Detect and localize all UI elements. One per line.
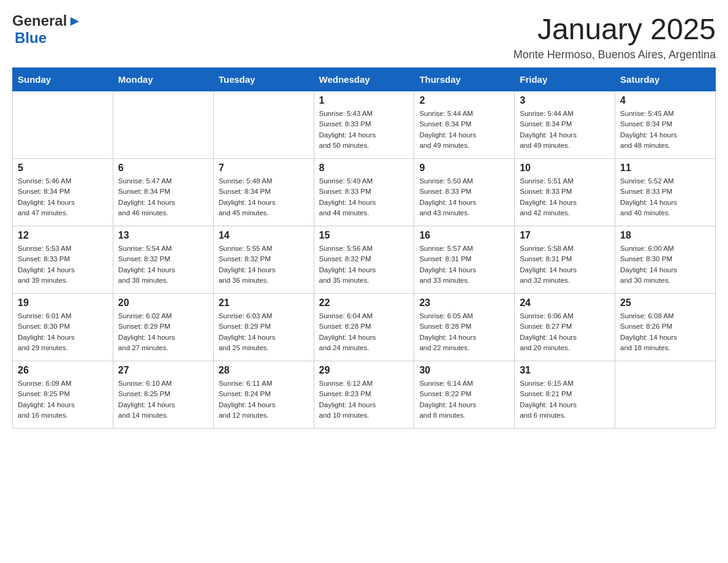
- day-info: Sunrise: 5:49 AM Sunset: 8:33 PM Dayligh…: [319, 176, 409, 218]
- day-info: Sunrise: 6:01 AM Sunset: 8:30 PM Dayligh…: [18, 311, 108, 353]
- day-number: 13: [118, 230, 208, 241]
- day-number: 28: [219, 365, 309, 376]
- header-sunday: Sunday: [13, 68, 113, 91]
- day-info: Sunrise: 6:02 AM Sunset: 8:29 PM Dayligh…: [118, 311, 208, 353]
- day-number: 7: [219, 163, 309, 174]
- table-row: 23Sunrise: 6:05 AM Sunset: 8:28 PM Dayli…: [414, 294, 515, 361]
- day-info: Sunrise: 5:43 AM Sunset: 8:33 PM Dayligh…: [319, 109, 409, 151]
- table-row: 8Sunrise: 5:49 AM Sunset: 8:33 PM Daylig…: [314, 159, 414, 226]
- table-row: 28Sunrise: 6:11 AM Sunset: 8:24 PM Dayli…: [213, 361, 314, 429]
- table-row: 22Sunrise: 6:04 AM Sunset: 8:28 PM Dayli…: [314, 294, 414, 361]
- table-row: [13, 91, 113, 159]
- calendar-week-row: 26Sunrise: 6:09 AM Sunset: 8:25 PM Dayli…: [13, 361, 716, 429]
- day-number: 11: [620, 163, 710, 174]
- day-number: 31: [520, 365, 610, 376]
- table-row: 24Sunrise: 6:06 AM Sunset: 8:27 PM Dayli…: [515, 294, 615, 361]
- day-number: 12: [18, 230, 108, 241]
- table-row: 3Sunrise: 5:44 AM Sunset: 8:34 PM Daylig…: [515, 91, 615, 159]
- day-info: Sunrise: 6:15 AM Sunset: 8:21 PM Dayligh…: [520, 378, 610, 421]
- month-title: January 2025: [514, 12, 716, 46]
- day-number: 22: [319, 297, 409, 308]
- day-info: Sunrise: 6:11 AM Sunset: 8:24 PM Dayligh…: [219, 378, 309, 421]
- table-row: 14Sunrise: 5:55 AM Sunset: 8:32 PM Dayli…: [213, 226, 314, 294]
- svg-marker-0: [70, 17, 79, 26]
- day-number: 3: [520, 95, 610, 106]
- table-row: 31Sunrise: 6:15 AM Sunset: 8:21 PM Dayli…: [515, 361, 615, 429]
- calendar-week-row: 5Sunrise: 5:46 AM Sunset: 8:34 PM Daylig…: [13, 159, 716, 226]
- day-number: 17: [520, 230, 610, 241]
- table-row: [113, 91, 213, 159]
- table-row: 26Sunrise: 6:09 AM Sunset: 8:25 PM Dayli…: [13, 361, 113, 429]
- day-number: 20: [118, 297, 208, 308]
- day-info: Sunrise: 5:58 AM Sunset: 8:31 PM Dayligh…: [520, 243, 610, 286]
- day-info: Sunrise: 5:51 AM Sunset: 8:33 PM Dayligh…: [520, 176, 610, 218]
- table-row: 16Sunrise: 5:57 AM Sunset: 8:31 PM Dayli…: [414, 226, 515, 294]
- table-row: 5Sunrise: 5:46 AM Sunset: 8:34 PM Daylig…: [13, 159, 113, 226]
- title-block: January 2025 Monte Hermoso, Buenos Aires…: [514, 12, 716, 61]
- day-number: 29: [319, 365, 409, 376]
- table-row: 1Sunrise: 5:43 AM Sunset: 8:33 PM Daylig…: [314, 91, 414, 159]
- logo: General Blue: [12, 12, 82, 47]
- table-row: 20Sunrise: 6:02 AM Sunset: 8:29 PM Dayli…: [113, 294, 213, 361]
- table-row: 15Sunrise: 5:56 AM Sunset: 8:32 PM Dayli…: [314, 226, 414, 294]
- day-info: Sunrise: 6:05 AM Sunset: 8:28 PM Dayligh…: [419, 311, 509, 353]
- day-info: Sunrise: 6:03 AM Sunset: 8:29 PM Dayligh…: [219, 311, 309, 353]
- table-row: 9Sunrise: 5:50 AM Sunset: 8:33 PM Daylig…: [414, 159, 515, 226]
- calendar-week-row: 1Sunrise: 5:43 AM Sunset: 8:33 PM Daylig…: [13, 91, 716, 159]
- header-saturday: Saturday: [615, 68, 716, 91]
- logo-triangle-icon: [68, 15, 82, 28]
- table-row: 4Sunrise: 5:45 AM Sunset: 8:34 PM Daylig…: [615, 91, 716, 159]
- logo-blue-text: Blue: [15, 29, 47, 46]
- day-info: Sunrise: 5:56 AM Sunset: 8:32 PM Dayligh…: [319, 243, 409, 286]
- header-monday: Monday: [113, 68, 213, 91]
- day-info: Sunrise: 5:44 AM Sunset: 8:34 PM Dayligh…: [520, 109, 610, 151]
- day-info: Sunrise: 5:47 AM Sunset: 8:34 PM Dayligh…: [118, 176, 208, 218]
- day-info: Sunrise: 5:44 AM Sunset: 8:34 PM Dayligh…: [419, 109, 509, 151]
- day-number: 1: [319, 95, 409, 106]
- day-number: 19: [18, 297, 108, 308]
- calendar-week-row: 19Sunrise: 6:01 AM Sunset: 8:30 PM Dayli…: [13, 294, 716, 361]
- table-row: 12Sunrise: 5:53 AM Sunset: 8:33 PM Dayli…: [13, 226, 113, 294]
- day-number: 15: [319, 230, 409, 241]
- day-info: Sunrise: 6:00 AM Sunset: 8:30 PM Dayligh…: [620, 243, 710, 286]
- day-number: 4: [620, 95, 710, 106]
- day-info: Sunrise: 6:06 AM Sunset: 8:27 PM Dayligh…: [520, 311, 610, 353]
- logo-general-text: General: [12, 12, 67, 29]
- day-number: 6: [118, 163, 208, 174]
- table-row: [615, 361, 716, 429]
- table-row: 30Sunrise: 6:14 AM Sunset: 8:22 PM Dayli…: [414, 361, 515, 429]
- day-info: Sunrise: 6:10 AM Sunset: 8:25 PM Dayligh…: [118, 378, 208, 421]
- day-info: Sunrise: 6:14 AM Sunset: 8:22 PM Dayligh…: [419, 378, 509, 421]
- day-info: Sunrise: 5:52 AM Sunset: 8:33 PM Dayligh…: [620, 176, 710, 218]
- table-row: 10Sunrise: 5:51 AM Sunset: 8:33 PM Dayli…: [515, 159, 615, 226]
- location-subtitle: Monte Hermoso, Buenos Aires, Argentina: [514, 48, 716, 61]
- calendar-table: Sunday Monday Tuesday Wednesday Thursday…: [12, 67, 716, 429]
- header-tuesday: Tuesday: [213, 68, 314, 91]
- day-info: Sunrise: 5:54 AM Sunset: 8:32 PM Dayligh…: [118, 243, 208, 286]
- day-number: 23: [419, 297, 509, 308]
- day-info: Sunrise: 5:50 AM Sunset: 8:33 PM Dayligh…: [419, 176, 509, 218]
- day-info: Sunrise: 5:45 AM Sunset: 8:34 PM Dayligh…: [620, 109, 710, 151]
- day-info: Sunrise: 5:46 AM Sunset: 8:34 PM Dayligh…: [18, 176, 108, 218]
- day-info: Sunrise: 6:04 AM Sunset: 8:28 PM Dayligh…: [319, 311, 409, 353]
- day-number: 26: [18, 365, 108, 376]
- day-number: 9: [419, 163, 509, 174]
- day-number: 2: [419, 95, 509, 106]
- table-row: 25Sunrise: 6:08 AM Sunset: 8:26 PM Dayli…: [615, 294, 716, 361]
- table-row: [213, 91, 314, 159]
- day-info: Sunrise: 5:48 AM Sunset: 8:34 PM Dayligh…: [219, 176, 309, 218]
- table-row: 13Sunrise: 5:54 AM Sunset: 8:32 PM Dayli…: [113, 226, 213, 294]
- day-info: Sunrise: 6:12 AM Sunset: 8:23 PM Dayligh…: [319, 378, 409, 421]
- day-number: 18: [620, 230, 710, 241]
- day-number: 14: [219, 230, 309, 241]
- calendar-week-row: 12Sunrise: 5:53 AM Sunset: 8:33 PM Dayli…: [13, 226, 716, 294]
- day-info: Sunrise: 5:55 AM Sunset: 8:32 PM Dayligh…: [219, 243, 309, 286]
- day-info: Sunrise: 5:53 AM Sunset: 8:33 PM Dayligh…: [18, 243, 108, 286]
- day-info: Sunrise: 5:57 AM Sunset: 8:31 PM Dayligh…: [419, 243, 509, 286]
- day-number: 24: [520, 297, 610, 308]
- day-number: 5: [18, 163, 108, 174]
- table-row: 2Sunrise: 5:44 AM Sunset: 8:34 PM Daylig…: [414, 91, 515, 159]
- day-number: 25: [620, 297, 710, 308]
- table-row: 7Sunrise: 5:48 AM Sunset: 8:34 PM Daylig…: [213, 159, 314, 226]
- calendar-header-row: Sunday Monday Tuesday Wednesday Thursday…: [13, 68, 716, 91]
